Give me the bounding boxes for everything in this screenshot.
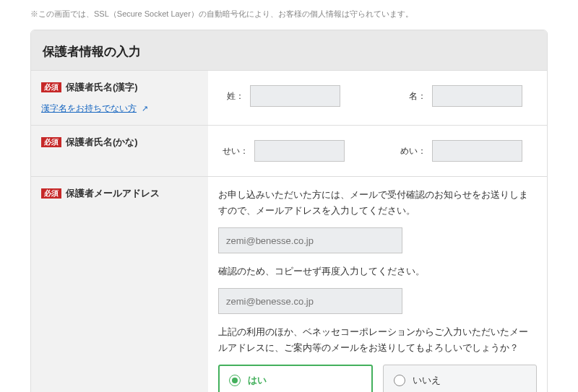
no-kanji-name-link[interactable]: 漢字名をお持ちでない方	[41, 103, 137, 113]
row-email: 必須 保護者メールアドレス お申し込みいただいた方には、メールで受付確認のお知ら…	[31, 177, 547, 392]
required-badge: 必須	[41, 137, 61, 147]
sei-label-kana: せい：	[223, 145, 249, 157]
row-name-kana: 必須 保護者氏名(かな) せい： めい：	[31, 126, 547, 177]
required-badge: 必須	[41, 188, 61, 199]
mei-label: 名：	[405, 90, 426, 103]
row-label-area: 必須 保護者メールアドレス	[31, 177, 208, 392]
sei-input-kana[interactable]	[254, 140, 345, 162]
row-content: せい： めい：	[208, 126, 547, 176]
row-label-area: 必須 保護者氏名(漢字) 漢字名をお持ちでない方 ↗	[31, 71, 208, 125]
email-input[interactable]	[218, 227, 402, 253]
radio-label-no: いいえ	[413, 374, 441, 387]
email-confirm-input[interactable]	[218, 288, 402, 314]
field-label: 保護者氏名(かな)	[66, 136, 138, 149]
field-label: 保護者氏名(漢字)	[66, 81, 138, 94]
radio-dot-icon	[394, 375, 405, 386]
mei-input-kanji[interactable]	[432, 85, 522, 107]
field-label: 保護者メールアドレス	[66, 187, 160, 200]
email-help-3: 上記の利用のほか、ベネッセコーポレーションからご入力いただいたメールアドレスに、…	[218, 324, 537, 356]
external-link-icon: ↗	[142, 104, 148, 113]
no-kanji-name-link-wrap: 漢字名をお持ちでない方 ↗	[41, 103, 148, 115]
ssl-notice: ※この画面では、SSL（Secure Socket Layer）の自動暗号化によ…	[0, 7, 578, 30]
row-content: お申し込みいただいた方には、メールで受付確認のお知らせをお送りしますので、メール…	[208, 177, 547, 392]
section-title: 保護者情報の入力	[43, 43, 535, 60]
promo-optin-radio-group: はい いいえ	[218, 365, 537, 392]
guardian-info-form: 保護者情報の入力 必須 保護者氏名(漢字) 漢字名をお持ちでない方 ↗ 姓：	[30, 30, 548, 392]
mei-label-kana: めい：	[400, 145, 426, 157]
row-name-kanji: 必須 保護者氏名(漢字) 漢字名をお持ちでない方 ↗ 姓： 名：	[31, 71, 547, 126]
required-badge: 必須	[41, 82, 61, 92]
radio-dot-icon	[229, 375, 241, 386]
radio-option-yes[interactable]: はい	[218, 365, 373, 392]
sei-label: 姓：	[223, 90, 244, 103]
row-label-area: 必須 保護者氏名(かな)	[31, 126, 208, 176]
radio-label-yes: はい	[248, 374, 267, 387]
email-help-2: 確認のため、コピーせず再度入力してください。	[218, 263, 537, 279]
section-header: 保護者情報の入力	[31, 30, 547, 71]
email-help-1: お申し込みいただいた方には、メールで受付確認のお知らせをお送りしますので、メール…	[218, 187, 537, 219]
mei-input-kana[interactable]	[432, 140, 522, 162]
radio-option-no[interactable]: いいえ	[383, 365, 538, 392]
sei-input-kanji[interactable]	[250, 85, 340, 107]
row-content: 姓： 名：	[208, 71, 547, 125]
